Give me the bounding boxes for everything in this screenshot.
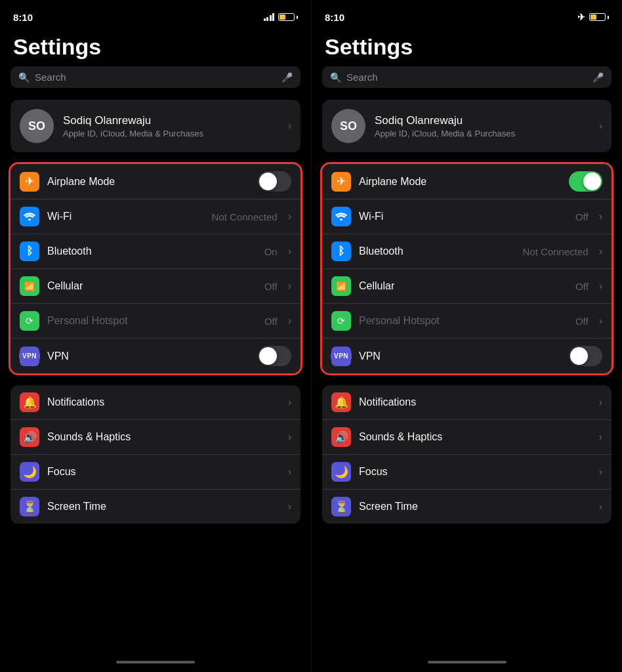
- right-sounds-chevron: ›: [599, 431, 602, 443]
- left-profile-card[interactable]: SO Sodiq Olanrewaju Apple ID, iCloud, Me…: [10, 100, 301, 152]
- left-focus-row[interactable]: 🌙 Focus ›: [10, 455, 301, 490]
- left-profile-chevron: ›: [288, 120, 291, 132]
- cellular-icon: 📶: [20, 276, 39, 296]
- right-bluetooth-value: Not Connected: [523, 246, 589, 257]
- right-cellular-chevron: ›: [599, 280, 602, 292]
- left-wifi-chevron: ›: [288, 211, 291, 222]
- right-profile-info: Sodiq Olanrewaju Apple ID, iCloud, Media…: [375, 114, 590, 138]
- right-notifications-icon: 🔔: [331, 392, 351, 412]
- left-vpn-toggle[interactable]: [258, 346, 291, 366]
- right-search-bar[interactable]: 🔍 Search 🎤: [322, 66, 612, 88]
- screentime-icon: ⏳: [20, 497, 39, 516]
- left-avatar: SO: [20, 109, 54, 143]
- left-content: Settings 🔍 Search 🎤 SO Sodiq Olanrewaju …: [0, 29, 311, 652]
- left-profile-name: Sodiq Olanrewaju: [63, 114, 279, 127]
- right-sounds-row[interactable]: 🔊 Sounds & Haptics ›: [322, 420, 612, 455]
- right-notifications-row[interactable]: 🔔 Notifications ›: [322, 385, 612, 420]
- right-profile-chevron: ›: [599, 120, 602, 132]
- left-notifications-row[interactable]: 🔔 Notifications ›: [10, 385, 301, 420]
- right-status-time: 8:10: [325, 12, 344, 23]
- left-bluetooth-label: Bluetooth: [47, 245, 257, 257]
- right-home-indicator: [312, 652, 622, 672]
- right-cellular-value: Off: [575, 281, 589, 292]
- right-avatar: SO: [331, 109, 365, 143]
- left-network-group: ✈ Airplane Mode Wi-Fi Not Connected ›: [10, 164, 301, 373]
- left-sounds-row[interactable]: 🔊 Sounds & Haptics ›: [10, 420, 301, 455]
- right-screentime-icon: ⏳: [331, 497, 351, 516]
- right-airplane-label: Airplane Mode: [359, 176, 561, 188]
- hotspot-icon: ⟳: [20, 311, 39, 331]
- battery-icon: [278, 13, 298, 21]
- left-airplane-label: Airplane Mode: [47, 176, 250, 188]
- left-notifications-label: Notifications: [47, 396, 280, 408]
- right-sounds-icon: 🔊: [331, 427, 351, 447]
- left-hotspot-label: Personal Hotspot: [47, 315, 257, 327]
- right-status-icons: ✈: [577, 12, 609, 22]
- right-search-icon: 🔍: [330, 72, 341, 83]
- right-bluetooth-row[interactable]: ᛒ Bluetooth Not Connected ›: [322, 234, 612, 269]
- right-search-placeholder: Search: [346, 72, 587, 83]
- right-screentime-label: Screen Time: [359, 501, 591, 513]
- airplane-icon: ✈: [20, 172, 39, 192]
- left-cellular-chevron: ›: [288, 280, 291, 292]
- right-airplane-toggle[interactable]: [569, 171, 602, 192]
- left-profile-subtitle: Apple ID, iCloud, Media & Purchases: [63, 129, 279, 138]
- left-bluetooth-chevron: ›: [288, 245, 291, 257]
- left-wifi-value: Not Connected: [212, 211, 278, 222]
- left-notifications-group: 🔔 Notifications › 🔊 Sounds & Haptics › 🌙…: [10, 385, 301, 524]
- right-mic-icon: 🎤: [592, 72, 604, 83]
- right-vpn-toggle[interactable]: [569, 346, 602, 366]
- right-vpn-icon: VPN: [331, 346, 351, 366]
- right-content: Settings 🔍 Search 🎤 SO Sodiq Olanrewaju …: [312, 29, 622, 652]
- right-hotspot-row[interactable]: ⟳ Personal Hotspot Off ›: [322, 304, 612, 339]
- right-wifi-row[interactable]: Wi-Fi Off ›: [322, 200, 612, 234]
- left-notifications-chevron: ›: [288, 396, 291, 408]
- left-cellular-row[interactable]: 📶 Cellular Off ›: [10, 269, 301, 304]
- left-wifi-label: Wi-Fi: [47, 211, 204, 222]
- left-status-bar: 8:10: [0, 0, 311, 29]
- left-phone-panel: 8:10 Settings 🔍 Search 🎤: [0, 0, 311, 672]
- right-bluetooth-label: Bluetooth: [359, 245, 515, 257]
- right-phone-panel: 8:10 ✈ Settings 🔍 Search 🎤 SO Sodi: [311, 0, 622, 672]
- left-airplane-toggle[interactable]: [258, 171, 291, 192]
- right-screentime-chevron: ›: [599, 501, 602, 513]
- right-profile-name: Sodiq Olanrewaju: [375, 114, 590, 127]
- mic-icon: 🎤: [281, 72, 293, 83]
- left-sounds-chevron: ›: [288, 431, 291, 443]
- vpn-icon: VPN: [20, 346, 39, 366]
- right-cellular-label: Cellular: [359, 280, 568, 292]
- left-search-bar[interactable]: 🔍 Search 🎤: [10, 66, 301, 88]
- focus-icon: 🌙: [20, 462, 39, 482]
- search-icon: 🔍: [18, 72, 30, 83]
- left-status-icons: [264, 13, 299, 21]
- left-airplane-row[interactable]: ✈ Airplane Mode: [10, 164, 301, 200]
- left-screentime-row[interactable]: ⏳ Screen Time ›: [10, 490, 301, 524]
- left-home-indicator: [0, 652, 311, 672]
- left-sounds-label: Sounds & Haptics: [47, 431, 280, 443]
- left-wifi-row[interactable]: Wi-Fi Not Connected ›: [10, 200, 301, 234]
- right-cellular-row[interactable]: 📶 Cellular Off ›: [322, 269, 612, 304]
- right-focus-row[interactable]: 🌙 Focus ›: [322, 455, 612, 490]
- right-airplane-row[interactable]: ✈ Airplane Mode: [322, 164, 612, 200]
- right-battery-icon: [589, 13, 609, 21]
- left-search-placeholder: Search: [35, 72, 276, 83]
- right-hotspot-label: Personal Hotspot: [359, 315, 568, 327]
- right-hotspot-icon: ⟳: [331, 311, 351, 331]
- left-hotspot-row[interactable]: ⟳ Personal Hotspot Off ›: [10, 304, 301, 339]
- left-vpn-row[interactable]: VPN VPN: [10, 339, 301, 373]
- right-screentime-row[interactable]: ⏳ Screen Time ›: [322, 490, 612, 524]
- right-profile-card[interactable]: SO Sodiq Olanrewaju Apple ID, iCloud, Me…: [322, 100, 612, 152]
- notifications-icon: 🔔: [20, 392, 39, 412]
- left-focus-label: Focus: [47, 466, 280, 478]
- right-wifi-chevron: ›: [599, 211, 602, 222]
- left-status-time: 8:10: [13, 12, 33, 23]
- bluetooth-icon: ᛒ: [20, 242, 39, 261]
- left-bluetooth-row[interactable]: ᛒ Bluetooth On ›: [10, 234, 301, 269]
- right-focus-icon: 🌙: [331, 462, 351, 482]
- left-cellular-label: Cellular: [47, 280, 257, 292]
- right-bluetooth-chevron: ›: [599, 245, 602, 257]
- right-vpn-row[interactable]: VPN VPN: [322, 339, 612, 373]
- right-status-bar: 8:10 ✈: [312, 0, 622, 29]
- left-hotspot-value: Off: [264, 316, 278, 327]
- right-notifications-chevron: ›: [599, 396, 602, 408]
